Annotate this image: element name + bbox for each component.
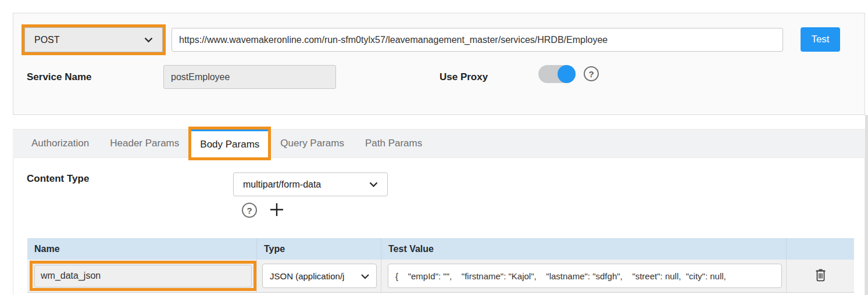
tab-body-params[interactable]: Body Params [191, 129, 268, 157]
col-header-type: Type [257, 238, 381, 260]
params-table: Name Type Test Value JSON (application/j [27, 238, 854, 293]
url-input[interactable] [172, 28, 783, 52]
use-proxy-label: Use Proxy [440, 71, 488, 83]
param-type-select[interactable]: JSON (application/j [262, 264, 377, 288]
param-type-value: JSON (application/j [270, 271, 344, 281]
plus-icon [269, 202, 285, 220]
delete-row-button[interactable] [815, 268, 827, 284]
proxy-help-icon[interactable]: ? [584, 66, 599, 81]
use-proxy-toggle[interactable] [538, 65, 576, 83]
tab-query-params[interactable]: Query Params [272, 129, 353, 157]
col-header-name: Name [27, 238, 257, 260]
chevron-down-icon [361, 271, 369, 281]
service-name-field[interactable] [163, 65, 336, 89]
param-name-input[interactable] [34, 265, 252, 287]
test-value-cell [381, 260, 787, 292]
body-params-panel: Content Type multipart/form-data ? Name … [13, 158, 865, 295]
highlight-box-method: POST [22, 24, 166, 55]
trash-icon [815, 268, 827, 284]
api-test-page: POST Test Service Name Use Proxy ? Autho… [0, 0, 868, 295]
col-header-test-value: Test Value [381, 238, 787, 260]
content-type-select[interactable]: multipart/form-data [233, 172, 388, 196]
table-row: JSON (application/j [27, 260, 854, 293]
content-type-value: multipart/form-data [243, 179, 321, 190]
method-dropdown[interactable]: POST [24, 27, 163, 52]
param-type-cell: JSON (application/j [257, 260, 381, 292]
chevron-down-icon [369, 179, 378, 190]
test-button[interactable]: Test [801, 27, 840, 52]
add-param-button[interactable] [267, 201, 286, 220]
method-value: POST [34, 35, 60, 45]
param-name-cell [27, 260, 257, 292]
request-panel: POST Test Service Name Use Proxy ? [13, 13, 865, 115]
test-value-input[interactable] [388, 264, 782, 288]
params-tab-bar: Authorization Header Params Body Params … [13, 129, 865, 158]
page-scrollbar[interactable] [865, 115, 868, 295]
col-header-actions [787, 238, 854, 260]
toggle-knob [558, 65, 576, 83]
row-actions-cell [787, 260, 854, 292]
tab-authorization[interactable]: Authorization [23, 129, 98, 157]
tab-path-params[interactable]: Path Params [356, 129, 431, 157]
content-type-label: Content Type [27, 173, 89, 185]
table-header-row: Name Type Test Value [27, 238, 854, 260]
chevron-down-icon [144, 35, 153, 45]
tab-header-params[interactable]: Header Params [101, 129, 188, 157]
service-name-label: Service Name [27, 71, 92, 83]
body-params-help-icon[interactable]: ? [242, 203, 257, 218]
highlight-box-param-name [30, 261, 256, 291]
